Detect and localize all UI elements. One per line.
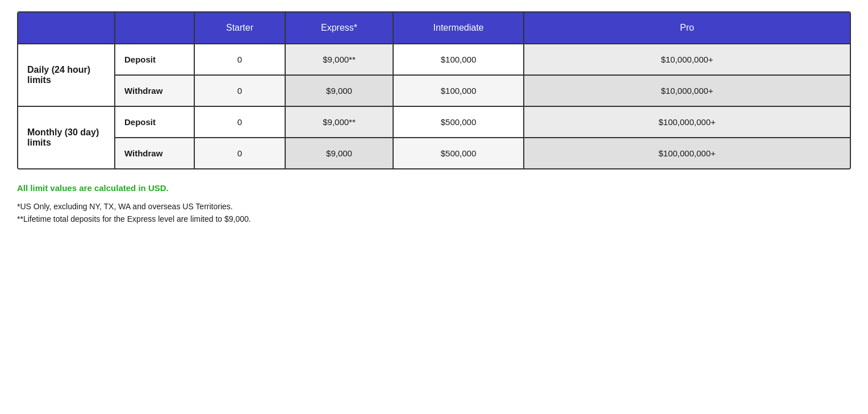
starter-2: 0: [194, 106, 285, 138]
sublabel-3: Withdraw: [115, 138, 194, 168]
express-3: $9,000: [285, 138, 393, 168]
express-2: $9,000**: [285, 106, 393, 138]
pro-2: $100,000,000+: [524, 106, 850, 138]
category-2: Monthly (30 day) limits: [18, 106, 115, 168]
pro-0: $10,000,000+: [524, 44, 850, 75]
pro-1: $10,000,000+: [524, 75, 850, 106]
intermediate-3: $500,000: [393, 138, 524, 168]
pro-3: $100,000,000+: [524, 138, 850, 168]
express-1: $9,000: [285, 75, 393, 106]
sublabel-2: Deposit: [115, 106, 194, 138]
category-0: Daily (24 hour) limits: [18, 44, 115, 106]
starter-3: 0: [194, 138, 285, 168]
header-starter: Starter: [194, 13, 285, 44]
header-pro: Pro: [524, 13, 850, 44]
starter-0: 0: [194, 44, 285, 75]
header-category: [18, 13, 115, 44]
express-0: $9,000**: [285, 44, 393, 75]
footnote-2: **Lifetime total deposits for the Expres…: [17, 214, 851, 223]
footnote-1: *US Only, excluding NY, TX, WA and overs…: [17, 202, 851, 211]
intermediate-0: $100,000: [393, 44, 524, 75]
starter-1: 0: [194, 75, 285, 106]
header-express: Express*: [285, 13, 393, 44]
sublabel-0: Deposit: [115, 44, 194, 75]
header-intermediate: Intermediate: [393, 13, 524, 44]
limits-table: Starter Express* Intermediate Pro Daily …: [17, 11, 851, 169]
usd-footnote: All limit values are calculated in USD.: [17, 183, 851, 193]
intermediate-1: $100,000: [393, 75, 524, 106]
sublabel-1: Withdraw: [115, 75, 194, 106]
header-sublabel: [115, 13, 194, 44]
intermediate-2: $500,000: [393, 106, 524, 138]
